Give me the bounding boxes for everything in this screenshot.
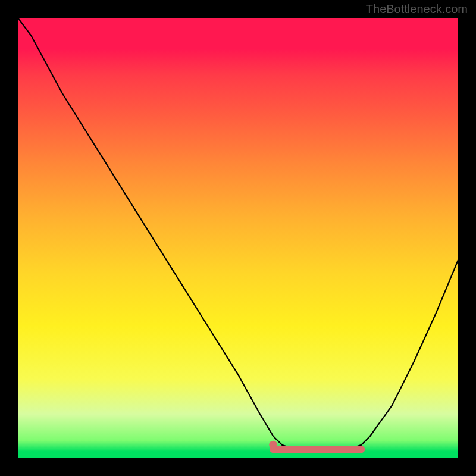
bottleneck-curve — [18, 18, 458, 449]
curve-layer — [18, 18, 458, 458]
watermark-text: TheBottleneck.com — [366, 2, 468, 16]
chart-container: TheBottleneck.com — [0, 0, 476, 476]
highlight-dot — [269, 441, 277, 449]
plot-area — [18, 18, 458, 458]
